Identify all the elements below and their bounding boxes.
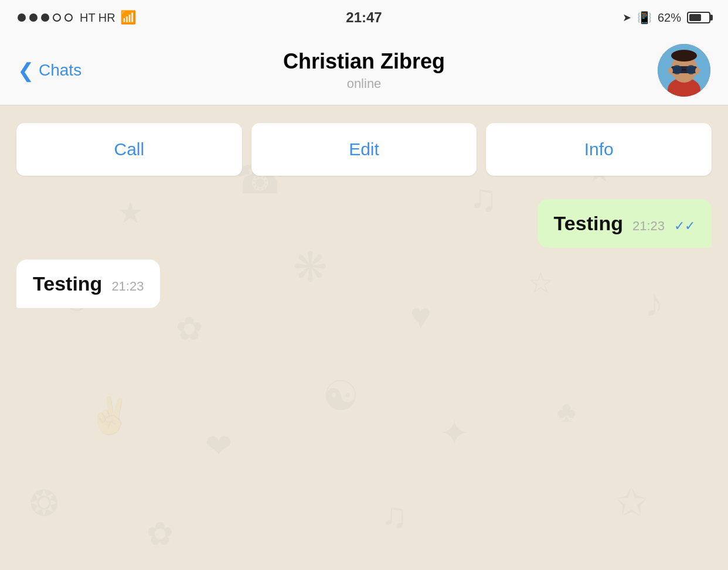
svg-text:✿: ✿ (147, 516, 174, 552)
battery-icon (687, 12, 710, 23)
sent-message-text: Testing (554, 212, 623, 235)
back-chevron-icon: ❮ (18, 59, 34, 82)
carrier-text: HT HR (80, 11, 115, 25)
sent-message-ticks: ✓✓ (674, 219, 695, 234)
avatar[interactable] (658, 44, 710, 97)
received-message-time: 21:23 (111, 279, 144, 294)
sent-message-time: 21:23 (632, 219, 665, 234)
svg-point-5 (686, 65, 696, 74)
svg-text:✦: ✦ (440, 414, 469, 453)
edit-button[interactable]: Edit (251, 123, 477, 176)
svg-point-8 (668, 67, 673, 74)
wifi-icon: 📶 (120, 10, 136, 25)
message-sent: Testing 21:23 ✓✓ (16, 199, 712, 248)
bubble-sent: Testing 21:23 ✓✓ (538, 199, 712, 248)
battery-percent: 62% (658, 11, 681, 25)
back-button[interactable]: ❮ Chats (18, 59, 81, 82)
signal-dot-4 (53, 13, 61, 22)
info-button[interactable]: Info (486, 123, 712, 176)
svg-point-7 (671, 50, 697, 62)
svg-text:♣: ♣ (557, 395, 576, 428)
battery-fill (689, 14, 701, 21)
signal-dot-2 (29, 13, 38, 22)
nav-center: Christian Zibreg online (283, 49, 445, 91)
contact-status: online (283, 76, 445, 91)
svg-text:♫: ♫ (381, 496, 407, 535)
signal-dot-1 (18, 13, 26, 22)
message-received: Testing 21:23 (16, 260, 712, 308)
bluetooth-icon: 📳 (637, 11, 652, 25)
messages-container: Testing 21:23 ✓✓ Testing 21:23 (0, 187, 728, 332)
received-message-text: Testing (33, 272, 102, 295)
status-right: ➤ 📳 62% (622, 11, 710, 25)
action-buttons: Call Edit Info (0, 105, 728, 187)
bubble-received: Testing 21:23 (16, 260, 160, 308)
svg-point-4 (672, 65, 682, 74)
call-button[interactable]: Call (16, 123, 242, 176)
svg-text:☯: ☯ (322, 373, 359, 419)
back-label: Chats (39, 61, 81, 80)
svg-text:❂: ❂ (29, 484, 59, 523)
location-icon: ➤ (622, 11, 631, 24)
signal-dots (18, 13, 73, 22)
status-bar: HT HR 📶 21:47 ➤ 📳 62% (0, 0, 728, 35)
contact-name: Christian Zibreg (283, 49, 445, 74)
svg-text:❤: ❤ (205, 428, 232, 464)
svg-text:✩: ✩ (615, 481, 647, 524)
status-time: 21:47 (346, 9, 382, 26)
signal-dot-5 (64, 13, 73, 22)
status-left: HT HR 📶 (18, 10, 136, 25)
chat-area: ♥ ★ ☎ ✉ ♫ ★ ☺ ✿ ❋ ♥ ☆ ♪ ✌ ❤ ☯ ✦ ♣ ❂ ✿ ♫ … (0, 105, 728, 570)
nav-bar: ❮ Chats Christian Zibreg online (0, 35, 728, 105)
signal-dot-3 (41, 13, 49, 22)
svg-text:✌: ✌ (88, 395, 132, 436)
svg-point-9 (695, 67, 700, 74)
